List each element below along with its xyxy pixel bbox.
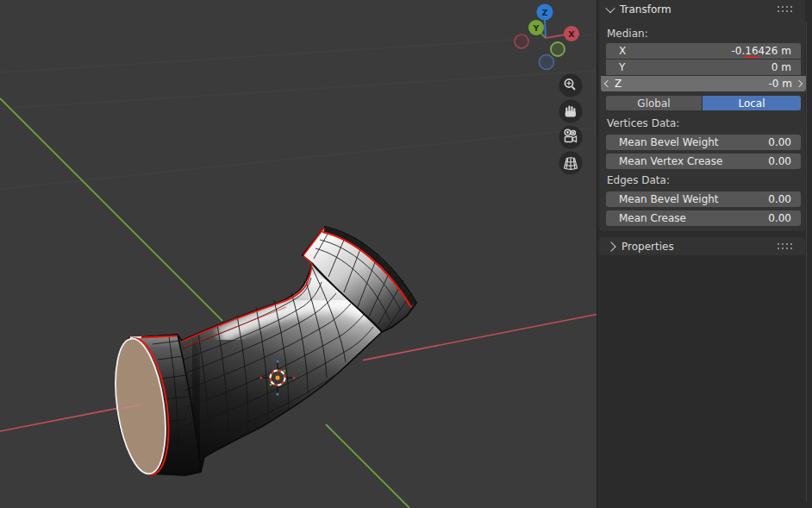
chevron-down-icon — [605, 3, 615, 12]
gizmo-y-label: Y — [533, 23, 540, 33]
mean-bevel-weight-edges-field[interactable]: Mean Bevel Weight 0.00 — [606, 191, 801, 207]
gizmo-z-label: Z — [542, 8, 548, 17]
field-value: 0.00 — [768, 155, 791, 167]
field-value: 0.00 — [768, 193, 791, 205]
edges-data-label: Edges Data: — [607, 174, 670, 186]
median-z-value: -0 m — [769, 78, 792, 90]
median-x-field[interactable]: X -0.16426 m — [606, 43, 801, 59]
field-label: Mean Bevel Weight — [619, 136, 719, 148]
mean-vertex-crease-field[interactable]: Mean Vertex Crease 0.00 — [606, 154, 801, 169]
viewport-3d[interactable]: Y X Z — [0, 0, 597, 508]
orientation-local-button[interactable]: Local — [703, 96, 801, 110]
median-x-value: -0.16426 m — [732, 45, 791, 57]
origin-dot — [275, 375, 280, 380]
gizmo-x-label: X — [568, 29, 575, 39]
chevron-right-icon — [606, 241, 615, 251]
field-label: Mean Bevel Weight — [619, 193, 719, 205]
value-edited-underline — [743, 56, 759, 59]
sidebar: Transform Median: X -0.16426 m Y 0 m Z -… — [597, 0, 812, 508]
transform-panel-header[interactable]: Transform — [599, 0, 805, 18]
panel-drag-grip-icon[interactable] — [778, 243, 793, 250]
median-y-label: Y — [619, 61, 625, 73]
mean-crease-field[interactable]: Mean Crease 0.00 — [606, 210, 801, 226]
median-z-label: Z — [615, 78, 621, 90]
panel-drag-grip-icon[interactable] — [778, 6, 793, 13]
median-z-field[interactable]: Z -0 m — [601, 76, 806, 91]
properties-panel-title: Properties — [621, 241, 674, 253]
mean-bevel-weight-vertices-field[interactable]: Mean Bevel Weight 0.00 — [606, 135, 801, 150]
global-button-label: Global — [637, 97, 670, 110]
field-label: Mean Vertex Crease — [619, 155, 722, 167]
gizmo-minus-y-ball[interactable] — [551, 42, 565, 56]
median-x-label: X — [619, 45, 626, 57]
gizmo-minus-x-ball[interactable] — [515, 34, 528, 48]
median-y-value: 0 m — [771, 61, 791, 73]
zoom-button[interactable] — [559, 74, 583, 97]
decrement-arrow-icon[interactable] — [604, 80, 611, 87]
median-y-field[interactable]: Y 0 m — [606, 60, 801, 75]
blender-window: Y X Z — [0, 0, 812, 508]
transform-panel-title: Transform — [620, 3, 671, 16]
properties-panel-header[interactable]: Properties — [599, 237, 805, 255]
vertices-data-label: Vertices Data: — [607, 117, 679, 129]
field-value: 0.00 — [768, 212, 791, 224]
field-value: 0.00 — [768, 136, 791, 148]
field-label: Mean Crease — [619, 212, 686, 224]
median-label: Median: — [607, 28, 648, 40]
orientation-global-button[interactable]: Global — [606, 96, 702, 110]
gizmo-minus-z-ball[interactable] — [540, 55, 554, 70]
local-button-label: Local — [738, 97, 765, 110]
sidebar-scrollbar[interactable] — [806, 22, 807, 501]
increment-arrow-icon[interactable] — [796, 80, 803, 87]
